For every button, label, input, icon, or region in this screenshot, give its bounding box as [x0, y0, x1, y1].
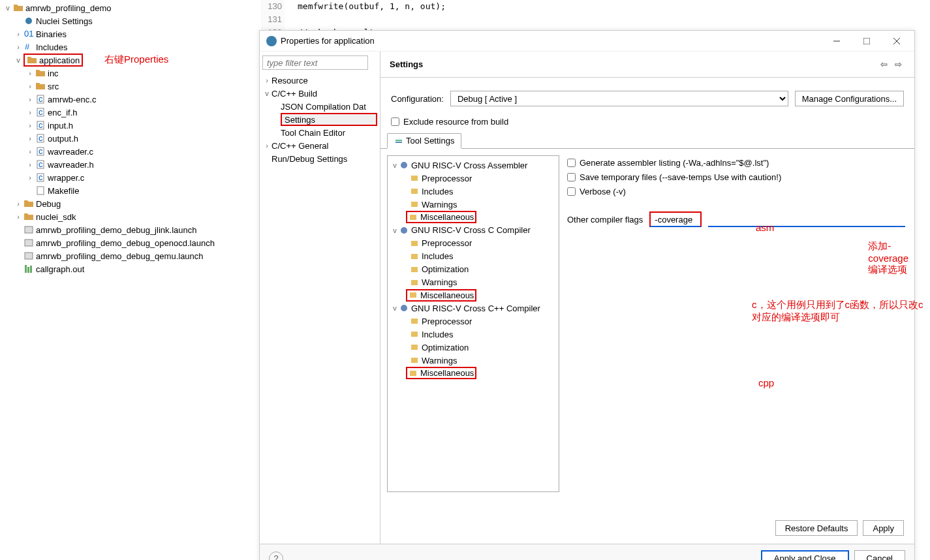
tool-c-compiler[interactable]: vGNU RISC-V Cross C Compiler — [390, 224, 556, 237]
svg-rect-40 — [411, 332, 418, 337]
annotation-coverage: 添加-coverage编译选项 — [868, 240, 908, 276]
tree-item[interactable]: ›cwavreader.h — [0, 158, 258, 171]
verbose-checkbox[interactable] — [567, 187, 576, 196]
tool-asm-preproc[interactable]: Preprocessor — [390, 172, 556, 185]
options-panel: Generate assembler listing (-Wa,-adhlns=… — [565, 155, 908, 554]
svg-rect-41 — [411, 345, 418, 350]
filter-input[interactable] — [262, 55, 368, 70]
tree-item-label: src — [48, 82, 59, 91]
svg-rect-37 — [410, 292, 416, 298]
tree-item[interactable]: ›inc — [0, 67, 258, 80]
config-select[interactable]: Debug [ Active ] — [450, 91, 788, 106]
tree-item-label: wrapper.c — [48, 173, 84, 183]
properties-nav[interactable]: ›Resource vC/C++ Build JSON Compilation … — [260, 52, 380, 560]
tree-item[interactable]: ›camrwb-enc.c — [0, 93, 258, 106]
tool-c-optimization[interactable]: Optimization — [390, 263, 556, 276]
tool-settings-tree[interactable]: vGNU RISC-V Cross Assembler Preprocessor… — [387, 155, 559, 492]
tree-item[interactable]: amrwb_profiling_demo_debug_jlink.launch — [0, 223, 258, 236]
properties-dialog: Properties for application ›Resource vC/… — [259, 30, 915, 560]
svg-rect-43 — [410, 371, 416, 376]
tool-cpp-optimization[interactable]: Optimization — [390, 341, 556, 354]
restore-defaults-button[interactable]: Restore Defaults — [775, 520, 858, 536]
other-flags-label: Other compiler flags — [567, 215, 643, 225]
tree-item-label: Debug — [36, 199, 61, 209]
nav-cgeneral[interactable]: ›C/C++ General — [262, 139, 377, 152]
tree-item-icon — [35, 185, 46, 196]
nav-toolchain[interactable]: Tool Chain Editor — [262, 126, 377, 139]
tool-asm-warnings[interactable]: Warnings — [390, 198, 556, 211]
annotation-asm: asm — [756, 222, 774, 233]
tree-item[interactable]: ›src — [0, 80, 258, 93]
tool-cpp-compiler[interactable]: vGNU RISC-V Cross C++ Compiler — [390, 302, 556, 315]
tree-item[interactable]: callgraph.out — [0, 262, 258, 275]
forward-icon[interactable]: ⇨ — [895, 59, 905, 70]
nav-rundebug[interactable]: Run/Debug Settings — [262, 152, 377, 165]
tool-c-misc[interactable]: Miscellaneous — [406, 289, 476, 302]
apply-button[interactable]: Apply — [863, 520, 904, 536]
close-button[interactable] — [882, 31, 912, 51]
tree-item[interactable]: ›cenc_if.h — [0, 106, 258, 119]
annotation-c: c，这个用例只用到了c函数，所以只改c对应的编译选项即可 — [752, 299, 930, 324]
tree-item-label: amrwb_profiling_demo_debug_openocd.launc… — [36, 238, 215, 248]
gen-asm-checkbox[interactable] — [567, 159, 576, 167]
tree-item-label: Makefile — [48, 186, 79, 196]
exclude-checkbox[interactable] — [391, 117, 399, 126]
svg-rect-35 — [411, 267, 418, 272]
tree-item[interactable]: ›cinput.h — [0, 119, 258, 132]
tree-item[interactable]: ›#Includes — [0, 40, 258, 54]
tree-item-icon — [27, 55, 37, 65]
tool-asm-misc[interactable]: Miscellaneous — [406, 211, 476, 223]
tree-item[interactable]: amrwb_profiling_demo_debug_qemu.launch — [0, 249, 258, 262]
nav-resource[interactable]: ›Resource — [262, 74, 377, 87]
tree-item[interactable]: ›cwavreader.c — [0, 145, 258, 158]
svg-text:c: c — [39, 120, 43, 130]
nav-settings[interactable]: Settings — [281, 113, 377, 126]
tool-c-includes[interactable]: Includes — [390, 250, 556, 263]
tree-item[interactable]: ›Debug — [0, 197, 258, 210]
svg-rect-42 — [411, 358, 418, 363]
tree-item[interactable]: ›cwrapper.c — [0, 171, 258, 184]
tool-cpp-misc[interactable]: Miscellaneous — [406, 367, 476, 379]
tree-item-icon: c — [35, 159, 46, 170]
tree-item-label: application — [39, 55, 80, 65]
apply-close-button[interactable]: Apply and Close — [761, 550, 849, 561]
nav-json[interactable]: JSON Compilation Dat — [262, 100, 377, 113]
svg-point-0 — [25, 18, 32, 24]
tree-item[interactable]: ›coutput.h — [0, 132, 258, 145]
dialog-footer: ? Apply and Close Cancel — [260, 544, 914, 560]
manage-config-button[interactable]: Manage Configurations... — [795, 91, 904, 106]
save-temp-checkbox[interactable] — [567, 173, 576, 181]
tool-assembler[interactable]: vGNU RISC-V Cross Assembler — [390, 159, 556, 172]
cancel-button[interactable]: Cancel — [854, 550, 905, 561]
tool-asm-includes[interactable]: Includes — [390, 185, 556, 198]
help-icon[interactable]: ? — [269, 552, 283, 561]
tree-root[interactable]: v amrwb_profiling_demo — [0, 1, 258, 14]
tree-item[interactable]: amrwb_profiling_demo_debug_openocd.launc… — [0, 236, 258, 249]
tree-item-icon: c — [35, 172, 46, 183]
tab-tool-settings[interactable]: Tool Settings — [387, 133, 461, 149]
project-explorer[interactable]: v amrwb_profiling_demo Nuclei Settings›0… — [0, 0, 258, 560]
tree-item[interactable]: Makefile — [0, 184, 258, 197]
svg-rect-33 — [411, 241, 418, 246]
tree-item-icon — [23, 16, 34, 26]
svg-text:c: c — [39, 94, 43, 104]
svg-rect-21 — [25, 265, 27, 273]
minimize-button[interactable] — [822, 31, 852, 51]
tree-item-icon: c — [35, 146, 46, 157]
verbose-label: Verbose (-v) — [580, 187, 626, 196]
tree-item[interactable]: ›nuclei_sdk — [0, 210, 258, 223]
svg-rect-39 — [411, 319, 418, 324]
other-flags-input[interactable] — [649, 211, 702, 227]
tool-cpp-warnings[interactable]: Warnings — [390, 354, 556, 367]
back-icon[interactable]: ⇦ — [880, 59, 891, 70]
tree-item[interactable]: Nuclei Settings — [0, 14, 258, 27]
tool-cpp-preproc[interactable]: Preprocessor — [390, 315, 556, 328]
tool-c-warnings[interactable]: Warnings — [390, 276, 556, 289]
nav-cbuild[interactable]: vC/C++ Build — [262, 87, 377, 100]
tool-c-preproc[interactable]: Preprocessor — [390, 237, 556, 250]
tree-item-icon: c — [35, 120, 46, 131]
maximize-button[interactable] — [852, 31, 882, 51]
tree-item[interactable]: ›01Binaries — [0, 27, 258, 40]
svg-rect-17 — [37, 187, 44, 194]
tool-cpp-includes[interactable]: Includes — [390, 328, 556, 341]
